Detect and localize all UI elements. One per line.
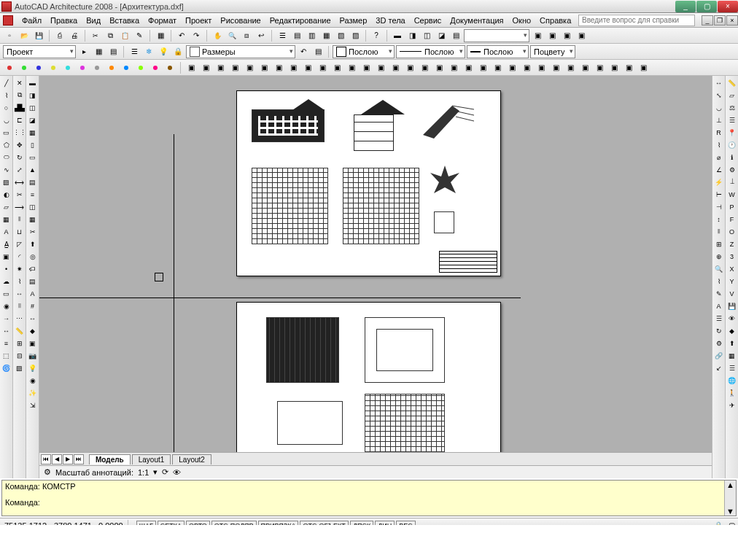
measure-icon[interactable]: 📏: [14, 325, 25, 336]
nav-3-icon[interactable]: ▣: [561, 30, 572, 42]
helix-icon[interactable]: 🌀: [1, 362, 12, 373]
stair-icon[interactable]: ▤: [450, 30, 462, 42]
layer-on-icon[interactable]: 💡: [158, 46, 169, 58]
mleader-icon[interactable]: ↙: [713, 362, 724, 373]
dimordinate-icon[interactable]: ⊥: [713, 114, 724, 125]
dimedit-icon[interactable]: ✎: [713, 288, 724, 299]
zoom-icon[interactable]: [226, 30, 238, 42]
dimang-icon[interactable]: ∠: [713, 164, 724, 175]
project-combo[interactable]: Проект: [3, 45, 76, 58]
vs-6-icon[interactable]: [77, 62, 88, 74]
scale-icon[interactable]: ⤢: [14, 164, 25, 175]
tool-palette-icon[interactable]: ▥: [306, 30, 317, 42]
render-23-icon[interactable]: ▣: [506, 62, 518, 74]
render-18-icon[interactable]: ▣: [433, 62, 445, 74]
nav-1-icon[interactable]: ▣: [532, 30, 543, 42]
donut-icon[interactable]: ◉: [1, 300, 12, 311]
join-icon[interactable]: ⊔: [14, 226, 25, 237]
render-31-icon[interactable]: ▣: [623, 62, 634, 74]
mdi-minimize[interactable]: _: [702, 15, 713, 26]
gradient-icon[interactable]: ◐: [1, 189, 12, 200]
lengthen-icon[interactable]: ↔: [14, 288, 25, 299]
render-20-icon[interactable]: ▣: [462, 62, 474, 74]
render-2-icon[interactable]: ▣: [200, 62, 211, 74]
adoor-icon[interactable]: ◨: [27, 90, 38, 101]
ucs-v-icon[interactable]: V: [726, 288, 737, 299]
command-text[interactable]: Команда: КОМСТР Команда:: [2, 481, 724, 516]
mirror-icon[interactable]: ▟▙: [14, 102, 25, 113]
dimlinear-icon[interactable]: ↔: [713, 77, 724, 88]
dimbase-icon[interactable]: ⊢: [713, 189, 724, 200]
dimcont-icon[interactable]: ⊣: [713, 201, 724, 212]
tab-nav-next[interactable]: ▶: [63, 454, 73, 464]
project-sheets-icon[interactable]: ▤: [107, 46, 119, 58]
minimize-button[interactable]: _: [675, 1, 696, 12]
ucs-z-icon[interactable]: Z: [726, 238, 737, 249]
tab-nav-first[interactable]: ⏮: [41, 454, 51, 464]
tab-layout1[interactable]: Layout1: [132, 454, 171, 464]
help-icon[interactable]: ?: [370, 30, 382, 42]
scroll-up-icon[interactable]: ▲: [726, 481, 734, 489]
save-icon[interactable]: [33, 30, 44, 42]
agrid-icon[interactable]: ▦: [27, 214, 38, 225]
nav-4-icon[interactable]: ▣: [575, 30, 587, 42]
color-combo[interactable]: Послою: [333, 45, 395, 58]
plot-preview-icon[interactable]: 🖨: [69, 30, 80, 42]
aslab-icon[interactable]: ▭: [27, 152, 38, 163]
design-center-icon[interactable]: ▤: [291, 30, 303, 42]
aspace-icon[interactable]: ◫: [27, 201, 38, 212]
render-10-icon[interactable]: ▣: [316, 62, 328, 74]
tab-nav-prev[interactable]: ◀: [52, 454, 62, 464]
vs-8-icon[interactable]: [106, 62, 117, 74]
layer-freeze-icon[interactable]: ❄: [143, 46, 155, 58]
mdi-restore[interactable]: ❐: [714, 15, 726, 26]
undo-icon[interactable]: [176, 30, 187, 42]
linetype-combo[interactable]: Послою: [396, 45, 465, 58]
astruct-icon[interactable]: ▯: [27, 139, 38, 150]
region-icon[interactable]: ▱: [1, 201, 12, 212]
cut-icon[interactable]: [90, 30, 101, 42]
aroof-icon[interactable]: ▲: [27, 164, 38, 175]
block-icon[interactable]: ▣: [1, 251, 12, 262]
aanno-icon[interactable]: A: [27, 288, 38, 299]
ucs-o-icon[interactable]: O: [726, 226, 737, 237]
acam-icon[interactable]: 📷: [27, 350, 38, 361]
plotstyle-combo[interactable]: Поцвету: [530, 45, 575, 58]
asection-icon[interactable]: ✂: [27, 226, 38, 237]
menu-edit[interactable]: Правка: [46, 15, 82, 26]
render-8-icon[interactable]: ▣: [287, 62, 299, 74]
dist-icon[interactable]: 📏: [726, 77, 737, 88]
arender-icon[interactable]: ✨: [27, 387, 38, 398]
break-icon[interactable]: ⦀: [14, 214, 25, 225]
ucs-save-icon[interactable]: 💾: [726, 300, 737, 311]
window-icon[interactable]: ◫: [421, 30, 432, 42]
wall-icon[interactable]: ▬: [392, 30, 403, 42]
vs-7-icon[interactable]: [91, 62, 103, 74]
render-25-icon[interactable]: ▣: [535, 62, 547, 74]
atag-icon[interactable]: 🏷: [27, 263, 38, 274]
circle-icon[interactable]: [1, 102, 12, 113]
adim-icon[interactable]: ↔: [27, 313, 38, 324]
namedviews-icon[interactable]: ☰: [726, 362, 737, 373]
annoscale-sync-icon[interactable]: ⟳: [162, 467, 168, 477]
align-icon[interactable]: ⫴: [14, 300, 25, 311]
vs-5-icon[interactable]: [62, 62, 74, 74]
time-icon[interactable]: 🕐: [726, 139, 737, 150]
annoscale-value[interactable]: 1:1: [138, 468, 149, 477]
maximize-button[interactable]: ▢: [696, 1, 717, 12]
area-icon[interactable]: ▱: [726, 90, 737, 101]
menu-format[interactable]: Формат: [144, 15, 181, 26]
wipeout-icon[interactable]: ▭: [1, 288, 12, 299]
copy-modify-icon[interactable]: ⧉: [14, 90, 25, 101]
layer-prev-icon[interactable]: ↶: [298, 46, 309, 58]
opening-icon[interactable]: ◪: [435, 30, 447, 42]
tab-nav-last[interactable]: ⏭: [74, 454, 84, 464]
scroll-down-icon[interactable]: ▼: [726, 507, 734, 516]
render-12-icon[interactable]: ▣: [346, 62, 357, 74]
render-9-icon[interactable]: ▣: [302, 62, 314, 74]
id-icon[interactable]: 📍: [726, 127, 737, 138]
dimjogged-icon[interactable]: ⌇: [713, 139, 724, 150]
zoom-previous-icon[interactable]: ↩: [255, 30, 267, 42]
aelev-icon[interactable]: ⬆: [27, 238, 38, 249]
menu-draw[interactable]: Рисование: [216, 15, 265, 26]
